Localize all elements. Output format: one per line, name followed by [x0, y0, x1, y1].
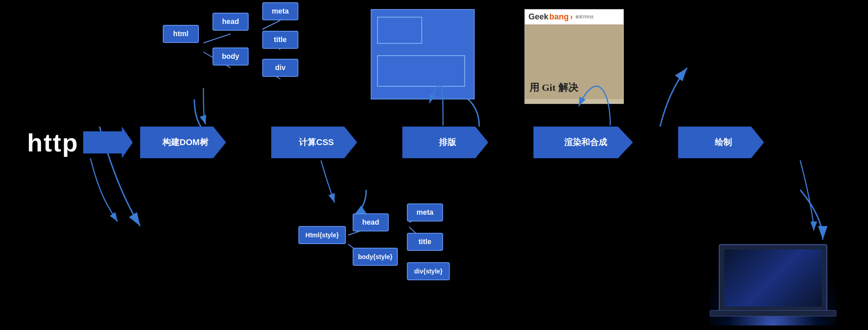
geekbang-book-area: 用 Git 解决 — [525, 24, 623, 99]
svg-line-3 — [262, 20, 280, 29]
browser-mockup — [371, 9, 475, 99]
css-meta-node: meta — [407, 203, 443, 222]
dom-body-node: body — [212, 47, 249, 66]
layout-label: 排版 — [434, 137, 456, 148]
css-body-node: body{style} — [353, 248, 398, 266]
browser-box-2 — [377, 55, 465, 87]
css-step: 计算CSS — [271, 127, 357, 158]
render-step: 渲染和合成 — [533, 127, 633, 158]
draw-step: 绘制 — [678, 127, 764, 158]
http-step: http — [27, 127, 133, 158]
laptop-screen — [719, 244, 827, 312]
css-label: 计算CSS — [294, 137, 334, 148]
laptop-area — [705, 226, 841, 325]
laptop-screen-inner — [724, 250, 822, 306]
css-html-node: Html{style} — [298, 226, 346, 244]
dom-head-node: head — [212, 13, 249, 31]
geekbang-subtitle-area: 极客邦科技 — [576, 15, 594, 19]
geekbang-logo-accent: bang — [549, 12, 569, 22]
main-diagram: http 构建DOM树 计算CSS 排版 渲染和合成 绘制 html — [0, 0, 868, 330]
browser-box-1 — [377, 17, 422, 44]
geekbang-logo-symbol: › — [570, 12, 573, 22]
dom-label: 构建DOM树 — [158, 137, 208, 148]
geekbang-header: Geek bang › 极客邦科技 — [525, 9, 623, 24]
http-label: http — [27, 128, 79, 157]
draw-label: 绘制 — [710, 137, 732, 148]
svg-line-1 — [203, 34, 231, 43]
geekbang-card: Geek bang › 极客邦科技 用 Git 解决 — [524, 9, 624, 104]
dom-html-node: html — [163, 25, 199, 43]
geekbang-cn-name: 极客邦科技 — [576, 15, 594, 19]
http-arrow — [83, 127, 133, 158]
layout-step: 排版 — [402, 127, 488, 158]
geekbang-logo-text: Geek — [528, 12, 548, 22]
render-label: 渲染和合成 — [560, 137, 607, 148]
dom-step: 构建DOM树 — [140, 127, 226, 158]
css-head-node: head — [353, 213, 389, 231]
geekbang-book-title: 用 Git 解决 — [529, 81, 578, 94]
laptop-base — [710, 310, 836, 316]
css-title-node: title — [407, 233, 443, 251]
css-div-node: div{style} — [407, 262, 450, 280]
dom-div-node: div — [262, 59, 298, 77]
dom-meta-node: meta — [262, 2, 298, 20]
dom-title-node: title — [262, 31, 298, 49]
